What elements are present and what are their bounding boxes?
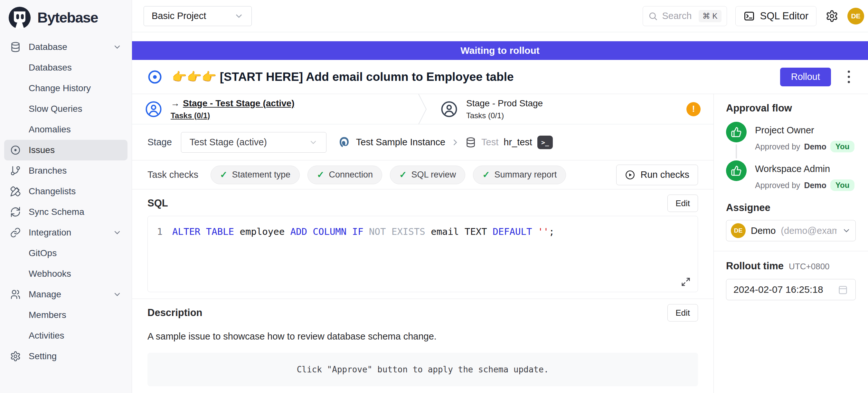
sidebar-item-label: Change History xyxy=(29,83,91,93)
issue-sidebar-panel: Approval flow Project Owner Appro xyxy=(713,94,868,393)
check-icon: ✓ xyxy=(482,170,490,180)
sidebar-item-members[interactable]: Members xyxy=(4,305,127,325)
approver-name: Demo xyxy=(804,142,826,151)
settings-gear-icon[interactable] xyxy=(826,10,838,23)
stage-tasks-link[interactable]: Tasks (0/1) xyxy=(170,111,294,120)
stage-prod-stage[interactable]: Stage - Prod Stage Tasks (0/1) ! xyxy=(428,94,713,124)
issue-detail-main: →Stage - Test Stage (active) Tasks (0/1)… xyxy=(132,94,713,393)
sidebar-item-integration[interactable]: Integration xyxy=(4,222,127,243)
search-icon xyxy=(648,11,658,21)
issue-status-icon xyxy=(148,69,162,84)
user-avatar[interactable]: DE xyxy=(847,8,864,25)
approver-name: Demo xyxy=(804,181,826,190)
project-select-value: Basic Project xyxy=(152,11,206,21)
chevron-down-icon xyxy=(113,42,122,52)
sidebar-item-gitops[interactable]: GitOps xyxy=(4,243,127,264)
assignee-select[interactable]: DE Demo (demo@example xyxy=(726,220,856,241)
check-pill-label: Connection xyxy=(329,170,373,180)
description-code-note: Click "Approve" button to apply the sche… xyxy=(148,353,698,386)
sidebar-item-label: Webhooks xyxy=(29,269,71,279)
sidebar-item-manage[interactable]: Manage xyxy=(4,284,127,305)
approval-connector-line xyxy=(736,144,737,158)
instance-name[interactable]: Test Sample Instance xyxy=(356,137,445,148)
stage-name: Stage - Prod Stage xyxy=(466,98,543,109)
sidebar-item-sync-schema[interactable]: Sync Schema xyxy=(4,202,127,222)
check-pill-sql-review[interactable]: ✓ SQL review xyxy=(390,165,465,184)
person-circle-icon xyxy=(440,100,458,118)
status-banner: Waiting to rollout xyxy=(132,41,868,60)
task-checks-row: Task checks ✓ Statement type ✓ Connectio… xyxy=(132,160,713,189)
sidebar-item-setting[interactable]: Setting xyxy=(4,346,127,367)
sidebar-item-database[interactable]: Database xyxy=(4,37,127,57)
description-edit-button[interactable]: Edit xyxy=(668,304,698,322)
sidebar-item-issues[interactable]: Issues xyxy=(4,140,127,160)
stage-select[interactable]: Test Stage (active) xyxy=(181,132,327,153)
check-icon: ✓ xyxy=(399,170,407,180)
stage-tasks: Tasks (0/1) xyxy=(466,111,543,120)
git-branch-icon xyxy=(10,165,22,176)
sidebar-item-label: Manage xyxy=(29,289,61,300)
stage-name: Stage - Test Stage (active) xyxy=(183,98,294,108)
users-icon xyxy=(10,289,22,300)
approval-steps: Project Owner Approved by Demo You xyxy=(726,122,856,199)
sidebar-item-label: Integration xyxy=(29,228,71,238)
link-icon xyxy=(10,227,22,238)
description-section: Description Edit A sample issue to showc… xyxy=(132,299,713,393)
sql-edit-button[interactable]: Edit xyxy=(668,194,698,212)
rollout-time-value: 2024-02-07 16:25:18 xyxy=(734,284,823,295)
chevron-down-icon xyxy=(113,290,122,299)
sidebar-item-label: Anomalies xyxy=(29,124,71,134)
description-heading: Description xyxy=(148,307,203,319)
sidebar-item-databases[interactable]: Databases xyxy=(4,57,127,78)
stage-tracker: →Stage - Test Stage (active) Tasks (0/1)… xyxy=(132,94,713,124)
chevron-down-icon xyxy=(234,11,244,21)
open-in-sql-editor-icon[interactable]: >_ xyxy=(537,135,553,149)
sidebar-item-label: Activities xyxy=(29,331,64,341)
stage-test-stage[interactable]: →Stage - Test Stage (active) Tasks (0/1) xyxy=(132,94,418,124)
check-pill-label: SQL review xyxy=(411,170,456,180)
expand-fullscreen-icon[interactable] xyxy=(681,277,691,287)
line-number: 1 xyxy=(148,225,172,238)
stage-select-row: Stage Test Stage (active) Test Sample In… xyxy=(132,124,713,160)
sidebar-item-slow-queries[interactable]: Slow Queries xyxy=(4,98,127,119)
stage-divider-chevron xyxy=(418,94,428,124)
stage-label: Stage xyxy=(148,137,172,148)
sidebar-item-label: GitOps xyxy=(29,248,57,259)
sidebar-item-label: Changelists xyxy=(29,186,76,196)
sql-editor-button[interactable]: SQL Editor xyxy=(735,6,816,26)
sidebar: Bytebase Database Databases Change Histo… xyxy=(0,0,132,393)
approval-role: Project Owner xyxy=(755,125,855,135)
sidebar-item-anomalies[interactable]: Anomalies xyxy=(4,119,127,140)
search-input[interactable]: Search ⌘ K xyxy=(643,6,727,26)
kebab-menu-icon[interactable] xyxy=(845,68,852,86)
check-pill-connection[interactable]: ✓ Connection xyxy=(307,165,382,184)
bytebase-mascot-icon xyxy=(7,5,32,30)
assignee-heading: Assignee xyxy=(726,202,856,214)
database-name[interactable]: hr_test xyxy=(503,137,532,148)
search-placeholder: Search xyxy=(662,11,692,21)
approved-thumbs-up-icon xyxy=(726,160,747,181)
you-badge: You xyxy=(830,179,855,191)
brand-name: Bytebase xyxy=(37,9,98,26)
description-text: A sample issue to showcase how to review… xyxy=(148,331,698,342)
sql-code-editor[interactable]: 1 ALTER TABLE employee ADD COLUMN IF NOT… xyxy=(148,216,698,292)
check-pill-statement-type[interactable]: ✓ Statement type xyxy=(211,165,300,184)
you-badge: You xyxy=(830,141,855,152)
check-pill-label: Summary report xyxy=(495,170,557,180)
sidebar-item-webhooks[interactable]: Webhooks xyxy=(4,264,127,284)
rollout-time-input[interactable]: 2024-02-07 16:25:18 xyxy=(726,279,856,300)
sidebar-item-change-history[interactable]: Change History xyxy=(4,78,127,98)
check-pill-summary-report[interactable]: ✓ Summary report xyxy=(473,165,566,184)
sidebar-item-changelists[interactable]: Changelists xyxy=(4,181,127,202)
postgresql-icon xyxy=(337,135,351,149)
sidebar-item-label: Database xyxy=(29,42,67,52)
sidebar-item-branches[interactable]: Branches xyxy=(4,160,127,181)
sidebar-item-activities[interactable]: Activities xyxy=(4,325,127,346)
database-cylinder-icon xyxy=(465,137,476,148)
run-checks-button[interactable]: Run checks xyxy=(616,164,698,185)
project-select[interactable]: Basic Project xyxy=(144,6,252,26)
issue-title: 👉👉👉 [START HERE] Add email column to Emp… xyxy=(172,70,770,84)
rollout-button[interactable]: Rollout xyxy=(780,68,831,86)
database-icon xyxy=(10,41,22,53)
bytebase-logo[interactable]: Bytebase xyxy=(0,0,132,30)
